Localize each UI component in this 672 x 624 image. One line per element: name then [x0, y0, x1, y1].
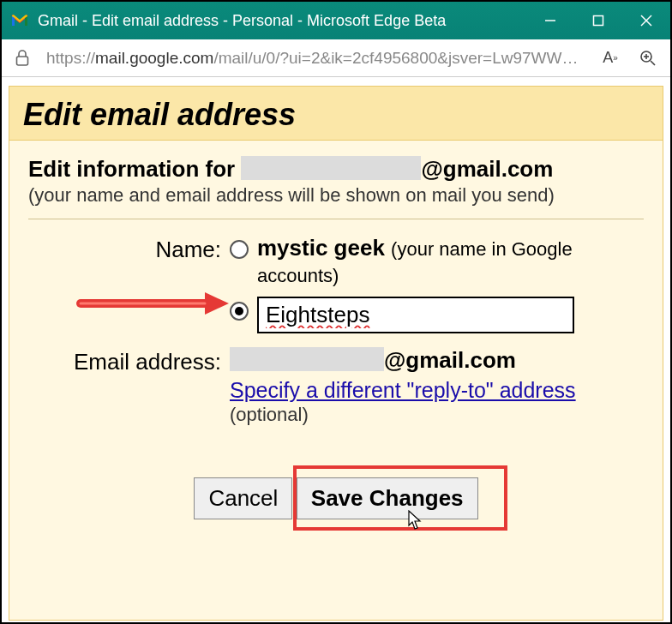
minimize-button[interactable]	[526, 2, 574, 39]
name-label: Name:	[28, 235, 230, 263]
reply-to-link[interactable]: Specify a different "reply-to" address	[230, 378, 576, 402]
svg-rect-1	[594, 16, 603, 26]
custom-name-input[interactable]	[257, 297, 574, 333]
divider	[28, 219, 644, 219]
cancel-button[interactable]: Cancel	[194, 477, 292, 519]
name-row: Name: mystic geek (your name in Google a…	[28, 235, 644, 342]
panel-title: Edit email address	[9, 87, 663, 140]
email-value: @gmail.com	[230, 347, 644, 374]
url-host: mail.google.com	[95, 49, 213, 67]
save-changes-button[interactable]: Save Changes	[297, 477, 478, 519]
url-scheme: https://	[46, 49, 95, 67]
url-text[interactable]: https://mail.google.com/mail/u/0/?ui=2&i…	[46, 49, 585, 68]
lock-icon[interactable]	[12, 48, 33, 69]
radio-icon[interactable]	[230, 240, 249, 259]
maximize-button[interactable]	[574, 2, 622, 39]
email-domain: @gmail.com	[384, 347, 516, 373]
svg-marker-10	[205, 292, 229, 315]
edit-email-panel: Edit email address Edit information for …	[9, 86, 663, 621]
email-label: Email address:	[28, 347, 230, 375]
name-option-custom[interactable]	[230, 297, 644, 333]
info-prefix: Edit information for	[28, 156, 241, 182]
redacted-username	[241, 156, 421, 180]
read-aloud-icon[interactable]: A»	[598, 46, 622, 70]
address-bar: https://mail.google.com/mail/u/0/?ui=2&i…	[2, 39, 670, 77]
gmail-logo-icon	[10, 11, 29, 30]
panel-body: Edit information for @gmail.com (your na…	[9, 140, 663, 620]
info-header: Edit information for @gmail.com	[28, 156, 644, 183]
close-button[interactable]	[622, 2, 670, 39]
page-content: Edit email address Edit information for …	[2, 77, 670, 624]
annotation-arrow-icon	[76, 291, 231, 316]
svg-rect-4	[17, 57, 28, 65]
google-account-name: mystic geek	[257, 235, 385, 261]
name-option-google[interactable]: mystic geek (your name in Google account…	[230, 235, 644, 288]
info-suffix: @gmail.com	[421, 156, 553, 182]
info-subtext: (your name and email address will be sho…	[28, 184, 644, 207]
radio-label: mystic geek (your name in Google account…	[257, 235, 644, 288]
svg-line-6	[651, 61, 655, 65]
radio-icon[interactable]	[230, 302, 249, 321]
optional-text: (optional)	[230, 404, 644, 426]
window-titlebar: Gmail - Edit email address - Personal - …	[2, 2, 670, 39]
window-title: Gmail - Edit email address - Personal - …	[38, 12, 526, 30]
zoom-icon[interactable]	[636, 46, 660, 70]
url-path: /mail/u/0/?ui=2&ik=2cf4956800&jsver=Lw97…	[213, 49, 585, 67]
redacted-email-local	[230, 347, 384, 371]
button-row: Cancel Save Changes	[28, 477, 644, 519]
email-row: Email address: @gmail.com Specify a diff…	[28, 347, 644, 426]
